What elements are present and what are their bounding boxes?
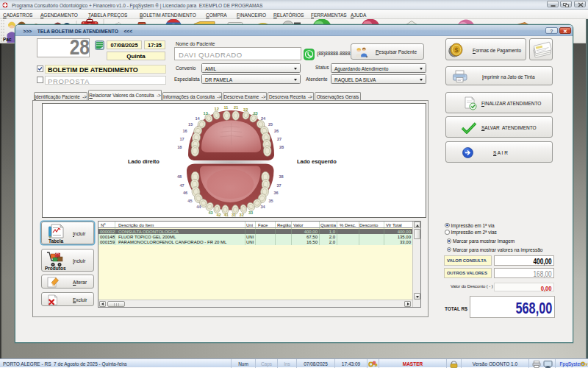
svg-text:16: 16 <box>182 129 187 133</box>
svg-text:28: 28 <box>279 145 284 149</box>
svg-text:41: 41 <box>224 213 229 217</box>
svg-text:15: 15 <box>188 122 193 127</box>
svg-text:Lado esquerdo: Lado esquerdo <box>297 158 337 165</box>
svg-text:12: 12 <box>215 107 219 111</box>
svg-text:14: 14 <box>195 116 200 121</box>
svg-text:24: 24 <box>261 116 266 121</box>
svg-text:21: 21 <box>234 105 238 110</box>
svg-text:22: 22 <box>243 107 248 112</box>
svg-text:37: 37 <box>276 183 281 188</box>
svg-text:26: 26 <box>274 129 279 133</box>
svg-text:18: 18 <box>177 145 182 149</box>
svg-text:38: 38 <box>279 174 283 179</box>
svg-text:11: 11 <box>224 105 229 110</box>
svg-text:46: 46 <box>183 191 187 195</box>
svg-text:33: 33 <box>248 210 253 215</box>
svg-text:Lado direito: Lado direito <box>128 158 159 165</box>
svg-text:43: 43 <box>208 210 212 215</box>
svg-text:23: 23 <box>253 111 257 116</box>
svg-text:36: 36 <box>273 191 278 195</box>
svg-text:17: 17 <box>179 137 184 141</box>
svg-text:13: 13 <box>204 111 208 116</box>
svg-text:27: 27 <box>277 137 282 141</box>
svg-text:25: 25 <box>268 122 273 127</box>
svg-text:45: 45 <box>187 199 192 203</box>
svg-text:$: $ <box>454 46 458 54</box>
svg-text:34: 34 <box>260 205 265 209</box>
svg-text:48: 48 <box>177 174 182 179</box>
svg-text:32: 32 <box>240 213 244 217</box>
svg-text:42: 42 <box>216 213 220 217</box>
svg-text:35: 35 <box>268 199 273 203</box>
svg-text:47: 47 <box>179 183 184 188</box>
svg-text:44: 44 <box>196 205 201 209</box>
svg-text:31: 31 <box>232 213 236 217</box>
